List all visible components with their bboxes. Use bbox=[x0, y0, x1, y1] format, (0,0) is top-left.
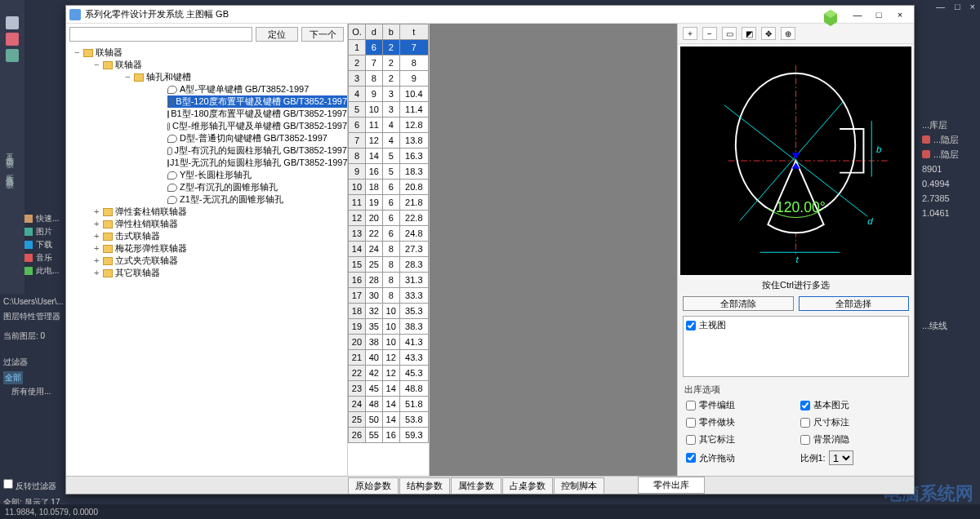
zoom-window-icon[interactable]: ▭ bbox=[722, 27, 737, 40]
table-row[interactable]: 712413.8 bbox=[349, 133, 429, 149]
table-row[interactable]: 1424827.3 bbox=[349, 242, 429, 257]
layer-row[interactable]: 1.0461 bbox=[922, 206, 977, 220]
table-row[interactable]: 49310.4 bbox=[349, 86, 429, 102]
layer-row[interactable]: ...续线 bbox=[922, 318, 977, 333]
export-options-title: 出库选项 bbox=[678, 379, 914, 397]
zoom-in-icon[interactable]: ＋ bbox=[683, 27, 697, 40]
tree-leaf[interactable]: C型-维形轴孔平键及单键槽 GB/T3852-1997 bbox=[167, 120, 347, 132]
next-button[interactable]: 下一个 bbox=[301, 27, 344, 42]
tab-占桌参数[interactable]: 占桌参数 bbox=[502, 477, 553, 494]
dimension-annotate-checkbox[interactable] bbox=[800, 418, 810, 428]
tree-node[interactable]: 联轴器 bbox=[115, 59, 142, 71]
tree-node[interactable]: +弹性柱销联轴器 bbox=[94, 218, 347, 230]
table-row[interactable]: 1220622.8 bbox=[349, 211, 429, 226]
table-row[interactable]: 1627 bbox=[349, 40, 429, 55]
filter-used[interactable]: 所有使用... bbox=[3, 386, 69, 397]
table-row[interactable]: 1119621.8 bbox=[349, 195, 429, 211]
tree-node[interactable]: +立式夹壳联轴器 bbox=[94, 255, 347, 267]
tool-icon[interactable] bbox=[6, 33, 19, 46]
scale-select[interactable]: 1 bbox=[829, 450, 853, 465]
filter-all[interactable]: 全部 bbox=[3, 371, 23, 384]
table-row[interactable]: 1628831.3 bbox=[349, 273, 429, 288]
table-row[interactable]: 814516.3 bbox=[349, 149, 429, 164]
table-row[interactable]: 19351038.3 bbox=[349, 319, 429, 335]
invert-filter-checkbox[interactable] bbox=[3, 479, 13, 489]
dialog-close-icon[interactable]: × bbox=[889, 10, 911, 20]
table-row[interactable]: 1322624.8 bbox=[349, 226, 429, 242]
table-row[interactable]: 611412.8 bbox=[349, 118, 429, 133]
tree-leaf[interactable]: Y型-长圆柱形轴孔 bbox=[167, 169, 347, 181]
allow-drag-checkbox[interactable] bbox=[686, 453, 696, 463]
table-row[interactable]: 510311.4 bbox=[349, 102, 429, 118]
part-block-checkbox[interactable] bbox=[686, 418, 696, 428]
table-header[interactable]: d bbox=[365, 24, 382, 40]
basic-primitive-checkbox[interactable] bbox=[800, 401, 810, 410]
tree-leaf[interactable]: D型-普通切向键键槽 GB/T3852-1997 bbox=[167, 132, 347, 144]
table-row[interactable]: 18321035.3 bbox=[349, 304, 429, 319]
table-header[interactable]: b bbox=[382, 24, 399, 40]
table-row[interactable]: 20381041.3 bbox=[349, 335, 429, 350]
other-annotate-checkbox[interactable] bbox=[686, 435, 696, 445]
table-row[interactable]: 1018620.8 bbox=[349, 180, 429, 195]
table-row[interactable]: 916518.3 bbox=[349, 164, 429, 180]
app-minimize-icon[interactable]: — bbox=[936, 2, 945, 15]
table-header[interactable]: t bbox=[399, 24, 428, 40]
layer-row[interactable]: ...隐层 bbox=[922, 132, 977, 147]
tab-控制脚本[interactable]: 控制脚本 bbox=[554, 477, 604, 494]
layer-row[interactable]: 0.4994 bbox=[922, 176, 977, 191]
tree-leaf[interactable]: Z1型-无沉孔的圆锥形轴孔 bbox=[167, 193, 347, 206]
drawing-preview[interactable]: 120.00° t b d bbox=[680, 47, 911, 275]
table-row[interactable]: 25501453.8 bbox=[349, 412, 429, 428]
locate-button[interactable]: 定位 bbox=[256, 27, 298, 42]
table-row[interactable]: 26551659.3 bbox=[349, 428, 429, 443]
zoom-fit-icon[interactable]: ⊕ bbox=[781, 27, 795, 40]
tree-leaf[interactable]: J型-有沉孔的短圆柱形轴孔 GB/T3852-1997 bbox=[167, 144, 347, 157]
tab-属性参数[interactable]: 属性参数 bbox=[451, 477, 501, 494]
table-row[interactable]: 3829 bbox=[349, 71, 429, 86]
dialog-maximize-icon[interactable]: □ bbox=[868, 10, 889, 20]
tool-icon[interactable] bbox=[6, 16, 19, 29]
clear-all-button[interactable]: 全部清除 bbox=[683, 296, 794, 311]
table-row[interactable]: 2728 bbox=[349, 55, 429, 71]
part-group-checkbox[interactable] bbox=[686, 401, 696, 410]
zoom-out-icon[interactable]: − bbox=[702, 27, 717, 40]
table-row[interactable]: 1525828.3 bbox=[349, 257, 429, 273]
layer-row[interactable]: 2.7385 bbox=[922, 191, 977, 206]
table-row[interactable]: 21401243.3 bbox=[349, 350, 429, 366]
parameter-table[interactable]: O.dbt 16272728382949310.4510311.4611412.… bbox=[348, 24, 429, 443]
tab-原始参数[interactable]: 原始参数 bbox=[348, 477, 399, 494]
dialog-minimize-icon[interactable]: — bbox=[847, 10, 868, 20]
tool-icon[interactable] bbox=[6, 49, 19, 62]
tree-node[interactable]: +弹性套柱销联轴器 bbox=[94, 206, 347, 218]
search-input[interactable] bbox=[69, 27, 252, 42]
table-row[interactable]: 23451448.8 bbox=[349, 381, 429, 397]
export-part-button[interactable]: 零件出库 bbox=[638, 477, 705, 494]
tree-leaf[interactable]: B型-120度布置平键及键槽 GB/T3852-1997 bbox=[167, 95, 347, 108]
table-row[interactable]: 1730833.3 bbox=[349, 288, 429, 304]
zoom-extents-icon[interactable]: ◩ bbox=[742, 27, 756, 40]
tree-leaf[interactable]: Z型-有沉孔的圆锥形轴孔 bbox=[167, 181, 347, 193]
tree-node[interactable]: +其它联轴器 bbox=[94, 267, 347, 279]
pan-icon[interactable]: ✥ bbox=[761, 27, 776, 40]
background-hide-checkbox[interactable] bbox=[800, 435, 810, 445]
tree-node[interactable]: 轴孔和键槽 bbox=[146, 71, 191, 83]
layer-row[interactable]: ...库层 bbox=[922, 118, 977, 132]
app-close-icon[interactable]: × bbox=[970, 2, 975, 15]
main-view-checkbox[interactable] bbox=[686, 321, 696, 330]
tree-leaf[interactable]: B1型-180度布置平键及键槽 GB/T3852-1997 bbox=[167, 108, 347, 120]
tree-node[interactable]: +梅花形弹性联轴器 bbox=[94, 242, 347, 255]
tree-leaf[interactable]: A型-平键单键槽 GB/T3852-1997 bbox=[167, 83, 347, 95]
table-header[interactable]: O. bbox=[349, 24, 366, 40]
layer-row[interactable]: 8901 bbox=[922, 162, 977, 176]
app-maximize-icon[interactable]: □ bbox=[955, 2, 960, 15]
tree-node[interactable]: +击式联轴器 bbox=[94, 230, 347, 242]
select-all-button[interactable]: 全部选择 bbox=[799, 296, 910, 311]
view-selection-list[interactable]: 主视图 bbox=[683, 316, 909, 377]
layer-row[interactable]: ...隐层 bbox=[922, 147, 977, 162]
tree-leaf[interactable]: J1型-无沉孔的短圆柱形轴孔 GB/T3852-1997 bbox=[167, 157, 347, 169]
table-row[interactable]: 24481451.8 bbox=[349, 397, 429, 412]
tree-node-root[interactable]: 联轴器 bbox=[96, 47, 122, 59]
parts-tree[interactable]: −联轴器 −联轴器 −轴孔和键槽 A型-平键单键槽 GB/T3852-1997B… bbox=[66, 45, 347, 476]
table-row[interactable]: 22421245.3 bbox=[349, 366, 429, 381]
tab-结构参数[interactable]: 结构参数 bbox=[399, 477, 450, 494]
